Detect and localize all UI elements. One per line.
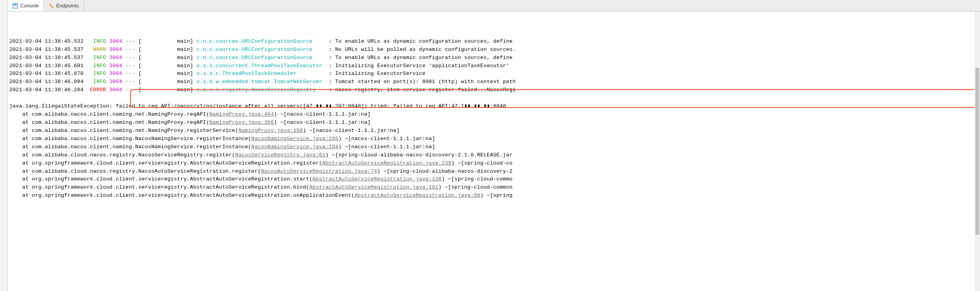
scrollbar-thumb[interactable] [975, 68, 979, 235]
stack-frame: at com.alibaba.nacos.client.naming.Nacos… [9, 135, 980, 143]
stack-frame: at com.alibaba.cloud.nacos.registry.Naco… [9, 151, 980, 159]
endpoints-icon [49, 3, 54, 9]
stack-frame: at org.springframework.cloud.client.serv… [9, 175, 980, 184]
source-link[interactable]: NamingProxy.java:386 [209, 120, 274, 125]
exception-header: java.lang.IllegalStateException: failed … [9, 102, 980, 111]
log-line: 2021-03-04 11:38:45.532 INFO 3064 --- [ … [9, 38, 980, 46]
tab-endpoints[interactable]: Endpoints [44, 0, 84, 11]
source-link[interactable]: NacosServiceRegistry.java:61 [235, 152, 325, 158]
source-link[interactable]: NacosAutoServiceRegistration.java:74 [261, 168, 377, 174]
stack-frame: at org.springframework.cloud.client.serv… [9, 184, 980, 192]
tool-window-tabs: Console Endpoints [8, 0, 980, 12]
tab-console[interactable]: Console [8, 0, 44, 11]
log-line: 2021-03-04 11:38:46.284 ERROR 3064 --- [… [9, 86, 980, 94]
editor-gutter [0, 0, 8, 291]
tab-label: Console [20, 3, 39, 9]
stack-frame: at com.alibaba.nacos.client.naming.Nacos… [9, 143, 980, 151]
stack-frame: at com.alibaba.nacos.client.naming.net.N… [9, 111, 980, 119]
log-line: 2021-03-04 11:38:46.094 INFO 3064 --- [ … [9, 78, 980, 86]
stack-frame: at com.alibaba.nacos.client.naming.net.N… [9, 127, 980, 135]
vertical-scrollbar[interactable] [975, 12, 980, 291]
log-line: 2021-03-04 11:38:45.870 INFO 3064 --- [ … [9, 70, 980, 78]
svg-line-4 [51, 5, 52, 6]
source-link[interactable]: AbstractAutoServiceRegistration.java:239 [322, 160, 451, 166]
source-link[interactable]: AbstractAutoServiceRegistration.java:88 [354, 192, 480, 198]
log-line: 2021-03-04 11:38:45.691 INFO 3064 --- [ … [9, 62, 980, 70]
stack-frame: at org.springframework.cloud.client.serv… [9, 192, 980, 200]
source-link[interactable]: AbstractAutoServiceRegistration.java:101 [309, 184, 438, 190]
source-link[interactable]: NamingProxy.java:464 [209, 111, 274, 117]
log-line: 2021-03-04 11:38:45.537 WARN 3064 --- [ … [9, 46, 980, 54]
console-icon [12, 3, 18, 9]
stack-frame: at com.alibaba.cloud.nacos.registry.Naco… [9, 168, 980, 176]
source-link[interactable]: NamingProxy.java:188 [238, 128, 303, 133]
source-link[interactable]: NacosNamingService.java:184 [251, 144, 338, 150]
stack-frame: at org.springframework.cloud.client.serv… [9, 159, 980, 168]
source-link[interactable]: AbstractAutoServiceRegistration.java:138 [312, 176, 441, 182]
blank-line [9, 94, 980, 102]
log-line: 2021-03-04 11:38:45.537 INFO 3064 --- [ … [9, 54, 980, 62]
svg-rect-0 [13, 3, 17, 8]
svg-rect-1 [14, 4, 17, 5]
stack-frame: at com.alibaba.nacos.client.naming.net.N… [9, 119, 980, 127]
source-link[interactable]: NacosNamingService.java:205 [251, 136, 338, 142]
tab-label: Endpoints [56, 3, 79, 9]
console-output[interactable]: 2021-03-04 11:38:45.532 INFO 3064 --- [ … [8, 12, 980, 291]
